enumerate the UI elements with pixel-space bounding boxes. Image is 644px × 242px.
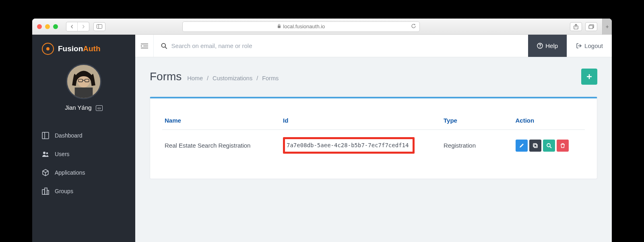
logo-mark-icon (42, 43, 54, 55)
col-action: Action (513, 113, 585, 130)
logout-label: Logout (584, 42, 603, 49)
svg-line-31 (550, 146, 551, 148)
logout-button[interactable]: Logout (567, 35, 612, 57)
profile-block: Jian Yáng ▭ (32, 59, 135, 118)
address-bar[interactable]: local.fusionauth.io (182, 21, 420, 32)
sidebar-item-label: Applications (55, 169, 85, 176)
logout-icon (576, 43, 582, 49)
hamburger-indent-icon (141, 43, 148, 49)
edit-button[interactable] (516, 140, 528, 152)
sidebar-item-dashboard[interactable]: Dashboard (32, 126, 135, 145)
svg-point-22 (161, 43, 165, 47)
brand-logo[interactable]: FusionAuth (32, 35, 135, 59)
page-header: Forms Home / Customizations / Forms (150, 69, 597, 85)
sidebar-item-groups[interactable]: Groups (32, 182, 135, 200)
svg-rect-17 (45, 188, 47, 194)
browser-window: local.fusionauth.io + FusionAuth (32, 19, 612, 242)
sidebar-item-applications[interactable]: Applications (32, 163, 135, 182)
svg-line-23 (165, 47, 167, 48)
help-label: Help (545, 42, 558, 49)
help-icon (537, 43, 543, 49)
username: Jian Yáng ▭ (32, 104, 135, 111)
svg-rect-28 (534, 144, 537, 148)
refresh-icon[interactable] (411, 23, 416, 30)
delete-button[interactable] (557, 140, 569, 152)
cell-id: 7a7e08db-5aee-4c28-b5b7-7ec7f7cedf14 (281, 130, 441, 158)
browser-chrome: local.fusionauth.io + (32, 19, 612, 35)
col-type[interactable]: Type (441, 113, 513, 130)
col-id[interactable]: Id (281, 113, 441, 130)
breadcrumb-sep: / (256, 75, 258, 81)
svg-rect-0 (97, 25, 102, 29)
content: Forms Home / Customizations / Forms (135, 57, 612, 242)
avatar[interactable] (66, 64, 101, 99)
brand-name-a: Fusion (58, 44, 83, 53)
brand-name-b: Auth (83, 44, 100, 53)
app-root: FusionAuth Jian Yáng (32, 35, 612, 242)
forms-panel: Name Id Type Action Real Estate Search R… (150, 97, 597, 179)
svg-point-14 (43, 152, 45, 154)
username-text: Jian Yáng (65, 104, 91, 111)
share-button[interactable] (570, 22, 582, 31)
forms-table: Name Id Type Action Real Estate Search R… (162, 113, 585, 158)
col-name[interactable]: Name (162, 113, 281, 130)
breadcrumb: Home / Customizations / Forms (187, 75, 279, 81)
logo-text: FusionAuth (58, 44, 101, 53)
tabs-button[interactable] (585, 22, 597, 31)
search-container (154, 35, 528, 57)
breadcrumb-forms[interactable]: Forms (262, 75, 279, 81)
minimize-window-button[interactable] (45, 24, 50, 29)
pencil-icon (519, 143, 524, 148)
chrome-right-buttons: + (570, 22, 607, 31)
collapse-sidebar-button[interactable] (135, 35, 154, 57)
plus-icon (586, 74, 592, 79)
close-window-button[interactable] (37, 24, 42, 29)
search-icon (161, 43, 167, 49)
svg-rect-11 (75, 88, 93, 98)
page-title: Forms (150, 70, 182, 83)
lock-icon (277, 24, 281, 29)
svg-rect-2 (278, 26, 281, 28)
id-value: 7a7e08db-5aee-4c28-b5b7-7ec7f7cedf14 (287, 142, 409, 148)
sidebar: FusionAuth Jian Yáng (32, 35, 135, 242)
nav-back-forward (66, 22, 89, 31)
sidebar-item-label: Users (55, 151, 70, 157)
maximize-window-button[interactable] (53, 24, 58, 29)
svg-rect-5 (589, 25, 593, 29)
topbar: Help Logout (135, 35, 612, 57)
panel-icon (42, 132, 49, 139)
sidebar-item-users[interactable]: Users (32, 145, 135, 163)
breadcrumb-customizations[interactable]: Customizations (213, 75, 252, 81)
sidebar-item-label: Dashboard (55, 132, 83, 139)
new-tab-button[interactable]: + (602, 19, 612, 35)
svg-point-25 (540, 47, 541, 48)
breadcrumb-sep: / (207, 75, 208, 81)
view-button[interactable] (543, 140, 555, 152)
search-input[interactable] (171, 42, 521, 49)
help-button[interactable]: Help (528, 35, 567, 57)
cell-name: Real Estate Search Registration (162, 130, 281, 158)
sidebar-toggle-button[interactable] (93, 22, 105, 31)
sidebar-nav: Dashboard Users Applications Groups (32, 126, 135, 200)
search-icon (546, 143, 552, 148)
main: Help Logout Forms Home / Customizations (135, 35, 612, 242)
forward-button[interactable] (78, 22, 89, 31)
cell-type: Registration (441, 130, 513, 158)
cell-actions (513, 130, 585, 158)
groups-icon (42, 188, 49, 195)
svg-rect-16 (42, 190, 45, 194)
duplicate-button[interactable] (529, 140, 541, 152)
breadcrumb-home[interactable]: Home (187, 75, 203, 81)
svg-point-15 (46, 152, 48, 154)
address-text: local.fusionauth.io (283, 23, 325, 29)
copy-icon (533, 143, 538, 148)
id-card-icon[interactable]: ▭ (96, 105, 103, 111)
back-button[interactable] (66, 22, 78, 31)
cube-icon (42, 169, 49, 176)
svg-rect-12 (42, 132, 49, 139)
svg-point-30 (547, 144, 550, 147)
sidebar-item-label: Groups (55, 188, 73, 194)
add-form-button[interactable] (581, 69, 597, 85)
svg-rect-18 (47, 190, 49, 194)
highlighted-id: 7a7e08db-5aee-4c28-b5b7-7ec7f7cedf14 (283, 137, 415, 154)
